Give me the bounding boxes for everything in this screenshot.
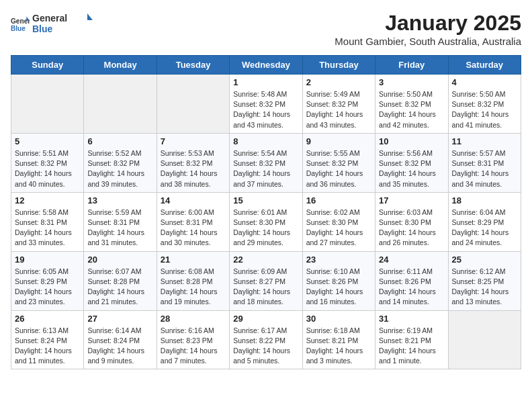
page-header: General Blue General Blue January 2025 M… <box>11 11 521 47</box>
day-info: Sunrise: 6:13 AMSunset: 8:24 PMDaylight:… <box>15 326 80 367</box>
weekday-header-cell: Saturday <box>448 56 521 75</box>
day-number: 31 <box>379 314 444 324</box>
weekday-header-row: SundayMondayTuesdayWednesdayThursdayFrid… <box>11 56 521 75</box>
day-number: 25 <box>452 255 517 265</box>
calendar-cell <box>448 310 521 369</box>
day-number: 10 <box>379 136 444 146</box>
calendar-cell: 7Sunrise: 5:53 AMSunset: 8:32 PMDaylight… <box>157 133 229 192</box>
calendar-cell: 9Sunrise: 5:55 AMSunset: 8:32 PMDaylight… <box>302 133 375 192</box>
calendar-cell: 29Sunrise: 6:17 AMSunset: 8:22 PMDayligh… <box>230 310 302 369</box>
calendar-cell <box>157 75 229 134</box>
day-number: 14 <box>161 195 226 205</box>
calendar-cell: 2Sunrise: 5:49 AMSunset: 8:32 PMDaylight… <box>302 75 375 134</box>
calendar-cell: 1Sunrise: 5:48 AMSunset: 8:32 PMDaylight… <box>230 75 302 134</box>
calendar-cell: 5Sunrise: 5:51 AMSunset: 8:32 PMDaylight… <box>11 133 84 192</box>
calendar-cell: 14Sunrise: 6:00 AMSunset: 8:31 PMDayligh… <box>157 192 229 251</box>
day-info: Sunrise: 6:08 AMSunset: 8:28 PMDaylight:… <box>161 267 226 308</box>
svg-text:Blue: Blue <box>32 24 53 34</box>
logo-icon: General Blue <box>11 15 30 34</box>
day-number: 17 <box>379 195 444 205</box>
logo-svg: General Blue <box>32 11 93 36</box>
calendar-cell: 19Sunrise: 6:05 AMSunset: 8:29 PMDayligh… <box>11 251 84 310</box>
day-info: Sunrise: 5:49 AMSunset: 8:32 PMDaylight:… <box>306 89 371 130</box>
day-info: Sunrise: 5:57 AMSunset: 8:31 PMDaylight:… <box>452 148 517 189</box>
logo: General Blue General Blue <box>11 11 93 39</box>
weekday-header-cell: Wednesday <box>230 56 302 75</box>
day-number: 4 <box>452 77 517 87</box>
day-info: Sunrise: 6:00 AMSunset: 8:31 PMDaylight:… <box>161 208 226 248</box>
day-info: Sunrise: 5:54 AMSunset: 8:32 PMDaylight:… <box>233 148 298 189</box>
calendar-cell: 8Sunrise: 5:54 AMSunset: 8:32 PMDaylight… <box>230 133 302 192</box>
day-info: Sunrise: 6:17 AMSunset: 8:22 PMDaylight:… <box>233 326 298 367</box>
day-number: 12 <box>15 195 80 205</box>
day-info: Sunrise: 6:12 AMSunset: 8:25 PMDaylight:… <box>452 267 517 308</box>
calendar-week-row: 19Sunrise: 6:05 AMSunset: 8:29 PMDayligh… <box>11 251 521 310</box>
day-number: 9 <box>306 136 371 146</box>
day-number: 26 <box>15 314 80 324</box>
calendar-cell: 4Sunrise: 5:50 AMSunset: 8:32 PMDaylight… <box>448 75 521 134</box>
day-info: Sunrise: 6:11 AMSunset: 8:26 PMDaylight:… <box>379 267 444 308</box>
calendar-cell: 26Sunrise: 6:13 AMSunset: 8:24 PMDayligh… <box>11 310 84 369</box>
day-info: Sunrise: 5:58 AMSunset: 8:31 PMDaylight:… <box>15 208 80 248</box>
day-info: Sunrise: 5:51 AMSunset: 8:32 PMDaylight:… <box>15 148 80 189</box>
day-number: 3 <box>379 77 444 87</box>
day-number: 11 <box>452 136 517 146</box>
svg-text:General: General <box>32 13 67 24</box>
calendar-cell: 31Sunrise: 6:19 AMSunset: 8:21 PMDayligh… <box>375 310 448 369</box>
day-info: Sunrise: 6:10 AMSunset: 8:26 PMDaylight:… <box>306 267 371 308</box>
day-info: Sunrise: 5:52 AMSunset: 8:32 PMDaylight:… <box>87 148 152 189</box>
calendar-cell: 15Sunrise: 6:01 AMSunset: 8:30 PMDayligh… <box>230 192 302 251</box>
calendar-cell: 24Sunrise: 6:11 AMSunset: 8:26 PMDayligh… <box>375 251 448 310</box>
day-number: 15 <box>233 195 298 205</box>
calendar-cell: 21Sunrise: 6:08 AMSunset: 8:28 PMDayligh… <box>157 251 229 310</box>
day-info: Sunrise: 6:04 AMSunset: 8:29 PMDaylight:… <box>452 208 517 248</box>
day-info: Sunrise: 6:03 AMSunset: 8:30 PMDaylight:… <box>379 208 444 248</box>
day-number: 1 <box>233 77 298 87</box>
day-info: Sunrise: 5:59 AMSunset: 8:31 PMDaylight:… <box>87 208 152 248</box>
day-info: Sunrise: 5:50 AMSunset: 8:32 PMDaylight:… <box>379 89 444 130</box>
calendar-cell <box>84 75 157 134</box>
calendar-cell: 17Sunrise: 6:03 AMSunset: 8:30 PMDayligh… <box>375 192 448 251</box>
weekday-header-cell: Monday <box>84 56 157 75</box>
calendar-week-row: 5Sunrise: 5:51 AMSunset: 8:32 PMDaylight… <box>11 133 521 192</box>
svg-text:Blue: Blue <box>11 25 26 32</box>
day-number: 21 <box>161 255 226 265</box>
calendar-cell: 20Sunrise: 6:07 AMSunset: 8:28 PMDayligh… <box>84 251 157 310</box>
day-number: 6 <box>87 136 152 146</box>
calendar-cell: 28Sunrise: 6:16 AMSunset: 8:23 PMDayligh… <box>157 310 229 369</box>
day-info: Sunrise: 6:18 AMSunset: 8:21 PMDaylight:… <box>306 326 371 367</box>
day-number: 30 <box>306 314 371 324</box>
calendar-cell: 30Sunrise: 6:18 AMSunset: 8:21 PMDayligh… <box>302 310 375 369</box>
calendar-cell: 16Sunrise: 6:02 AMSunset: 8:30 PMDayligh… <box>302 192 375 251</box>
day-number: 18 <box>452 195 517 205</box>
day-number: 16 <box>306 195 371 205</box>
title-block: January 2025 Mount Gambier, South Austra… <box>335 11 521 47</box>
day-info: Sunrise: 5:55 AMSunset: 8:32 PMDaylight:… <box>306 148 371 189</box>
calendar-table: SundayMondayTuesdayWednesdayThursdayFrid… <box>11 55 521 369</box>
day-info: Sunrise: 6:14 AMSunset: 8:24 PMDaylight:… <box>87 326 152 367</box>
calendar-cell: 25Sunrise: 6:12 AMSunset: 8:25 PMDayligh… <box>448 251 521 310</box>
day-number: 29 <box>233 314 298 324</box>
day-info: Sunrise: 6:01 AMSunset: 8:30 PMDaylight:… <box>233 208 298 248</box>
day-info: Sunrise: 6:09 AMSunset: 8:27 PMDaylight:… <box>233 267 298 308</box>
day-info: Sunrise: 5:56 AMSunset: 8:32 PMDaylight:… <box>379 148 444 189</box>
day-number: 20 <box>87 255 152 265</box>
page-title: January 2025 <box>335 11 521 36</box>
weekday-header-cell: Tuesday <box>157 56 229 75</box>
day-info: Sunrise: 6:07 AMSunset: 8:28 PMDaylight:… <box>87 267 152 308</box>
day-number: 28 <box>161 314 226 324</box>
calendar-cell: 27Sunrise: 6:14 AMSunset: 8:24 PMDayligh… <box>84 310 157 369</box>
day-number: 2 <box>306 77 371 87</box>
day-info: Sunrise: 5:50 AMSunset: 8:32 PMDaylight:… <box>452 89 517 130</box>
day-number: 27 <box>87 314 152 324</box>
calendar-body: 1Sunrise: 5:48 AMSunset: 8:32 PMDaylight… <box>11 75 521 369</box>
day-number: 24 <box>379 255 444 265</box>
calendar-cell: 23Sunrise: 6:10 AMSunset: 8:26 PMDayligh… <box>302 251 375 310</box>
day-info: Sunrise: 6:05 AMSunset: 8:29 PMDaylight:… <box>15 267 80 308</box>
day-number: 22 <box>233 255 298 265</box>
day-info: Sunrise: 5:48 AMSunset: 8:32 PMDaylight:… <box>233 89 298 130</box>
day-number: 5 <box>15 136 80 146</box>
day-info: Sunrise: 6:16 AMSunset: 8:23 PMDaylight:… <box>161 326 226 367</box>
day-info: Sunrise: 5:53 AMSunset: 8:32 PMDaylight:… <box>161 148 226 189</box>
calendar-week-row: 12Sunrise: 5:58 AMSunset: 8:31 PMDayligh… <box>11 192 521 251</box>
